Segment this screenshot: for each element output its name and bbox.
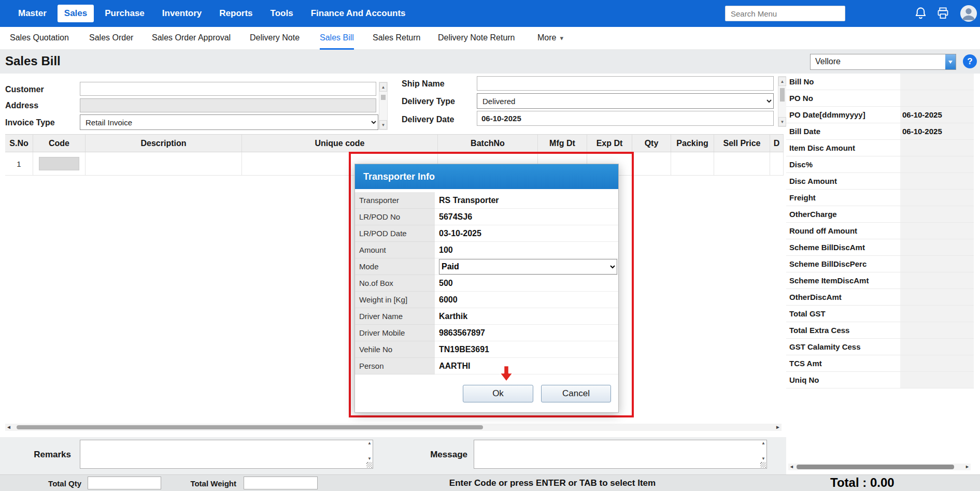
po-no-field[interactable] (900, 90, 974, 106)
branch-select[interactable]: Vellore (810, 54, 956, 70)
resize-handle-icon[interactable] (366, 462, 372, 468)
notifications-bell-icon[interactable] (914, 6, 928, 21)
scheme-billdiscamt-field[interactable] (900, 239, 974, 255)
bill-date-field[interactable]: 06-10-2025 (900, 123, 974, 139)
driver-mobile-value[interactable]: 9863567897 (435, 325, 618, 341)
total-weight-label: Total Weight (181, 479, 236, 488)
panel-row: Disc% (786, 156, 974, 173)
scroll-right-icon[interactable]: ► (965, 464, 970, 470)
scheme-billdiscperc-field[interactable] (900, 256, 974, 272)
tab-delivery-note-return[interactable]: Delivery Note Return (438, 27, 515, 50)
mode-select[interactable]: Paid (439, 259, 617, 275)
driver-name-value[interactable]: Karthik (435, 308, 618, 325)
scrollbar-thumb[interactable] (780, 88, 785, 102)
customer-input[interactable] (80, 82, 376, 96)
scrollbar-thumb[interactable] (381, 95, 386, 100)
tab-delivery-note[interactable]: Delivery Note (250, 27, 300, 50)
code-input[interactable] (39, 157, 79, 170)
person-value[interactable]: AARTHI (435, 358, 618, 374)
message-textarea[interactable] (474, 440, 758, 468)
ok-button[interactable]: Ok (463, 385, 533, 402)
nav-item-tools[interactable]: Tools (264, 5, 300, 22)
help-icon[interactable]: ? (963, 54, 977, 68)
user-avatar[interactable] (960, 5, 977, 22)
scroll-left-icon[interactable]: ◄ (6, 424, 11, 431)
scrollbar-thumb[interactable] (797, 465, 954, 469)
print-icon[interactable] (936, 6, 950, 21)
main-horizontal-scrollbar[interactable]: ◄ ► (5, 424, 782, 431)
bill-no-field[interactable] (900, 74, 974, 90)
nav-item-master[interactable]: Master (11, 5, 53, 22)
scroll-down-icon[interactable]: ▼ (778, 117, 786, 126)
scheme-itemdiscamt-field[interactable] (900, 272, 974, 288)
tab-sales-quotation[interactable]: Sales Quotation (10, 27, 69, 50)
field-label: LR/POD No (355, 209, 435, 225)
mid-form-scrollbar[interactable]: ▲ ▼ (778, 76, 787, 127)
gst-calamity-cess-field[interactable] (900, 339, 974, 355)
transporter-info-modal: Transporter Info Transporter RS Transpor… (354, 164, 619, 413)
remarks-textarea[interactable] (80, 440, 364, 468)
freight-field[interactable] (900, 190, 974, 206)
tcs-amt-field[interactable] (900, 355, 974, 371)
scroll-up-icon[interactable]: ▲ (367, 441, 372, 445)
amount-value[interactable]: 100 (435, 242, 618, 258)
delivery-type-select[interactable]: Delivered (477, 93, 774, 109)
delivery-type-label: Delivery Type (402, 96, 455, 107)
po-date-field[interactable]: 06-10-2025 (900, 107, 974, 123)
tab-sales-order-approval[interactable]: Sales Order Approval (152, 27, 231, 50)
column-header-sell-price: Sell Price (714, 135, 770, 152)
panel-row: GST Calamity Cess (786, 339, 974, 355)
total-qty-input[interactable] (88, 476, 161, 489)
resize-handle-icon[interactable] (760, 462, 766, 468)
nav-item-inventory[interactable]: Inventory (155, 5, 209, 22)
round-off-amount-field[interactable] (900, 223, 974, 239)
invoice-type-select[interactable]: Retail Invoice (80, 114, 378, 130)
customer-label: Customer (5, 84, 44, 95)
tab-sales-order[interactable]: Sales Order (89, 27, 133, 50)
no-of-box-value[interactable]: 500 (435, 275, 618, 292)
scroll-up-icon[interactable]: ▲ (379, 82, 387, 92)
scroll-up-icon[interactable]: ▲ (778, 77, 786, 86)
nav-item-finance-and-accounts[interactable]: Finance And Accounts (304, 5, 413, 22)
disc-amount-field[interactable] (900, 173, 974, 189)
total-gst-field[interactable] (900, 306, 974, 322)
ship-name-input[interactable] (477, 76, 774, 91)
other-disc-amt-field[interactable] (900, 289, 974, 305)
scrollbar-thumb[interactable] (17, 425, 483, 429)
panel-field-label: Round off Amount (786, 223, 900, 239)
other-charge-field[interactable] (900, 206, 974, 222)
search-input[interactable] (725, 6, 845, 21)
weight-value[interactable]: 6000 (435, 292, 618, 308)
tab-sales-bill[interactable]: Sales Bill (320, 27, 354, 50)
modal-row: Amount 100 (355, 242, 618, 258)
transporter-value[interactable]: RS Transporter (435, 192, 618, 209)
scroll-down-icon[interactable]: ▼ (367, 456, 372, 461)
row-code-cell (33, 152, 86, 176)
delivery-date-input[interactable] (477, 111, 774, 126)
nav-item-sales[interactable]: Sales (58, 5, 94, 22)
scroll-down-icon[interactable]: ▼ (761, 456, 765, 461)
cancel-button[interactable]: Cancel (541, 385, 611, 402)
scroll-up-icon[interactable]: ▲ (761, 441, 765, 445)
column-header-disc: D (770, 135, 784, 152)
tab-more[interactable]: More▾ (537, 27, 563, 50)
item-disc-amount-field[interactable] (900, 140, 974, 156)
nav-item-reports[interactable]: Reports (212, 5, 259, 22)
lr-pod-no-value[interactable]: 5674SJ6 (435, 209, 618, 225)
nav-item-purchase[interactable]: Purchase (98, 5, 151, 22)
vehicle-no-value[interactable]: TN19BE3691 (435, 341, 618, 358)
panel-horizontal-scrollbar[interactable]: ◄ ► (788, 464, 971, 470)
total-extra-cess-field[interactable] (900, 322, 974, 338)
scroll-down-icon[interactable]: ▼ (379, 120, 387, 129)
scroll-right-icon[interactable]: ► (775, 424, 780, 431)
tab-sales-return[interactable]: Sales Return (373, 27, 421, 50)
dropdown-arrow-button[interactable] (945, 54, 956, 69)
total-weight-input[interactable] (244, 476, 318, 489)
disc-percent-field[interactable] (900, 156, 974, 172)
panel-field-label: PO Date[ddmmyyyy] (786, 107, 900, 123)
lr-pod-date-value[interactable]: 03-10-2025 (435, 225, 618, 242)
uniq-no-field[interactable] (900, 372, 974, 388)
column-header-unique-code: Unique code (242, 135, 438, 152)
scroll-left-icon[interactable]: ◄ (789, 464, 794, 470)
left-form-scrollbar[interactable]: ▲ ▼ (379, 82, 388, 130)
